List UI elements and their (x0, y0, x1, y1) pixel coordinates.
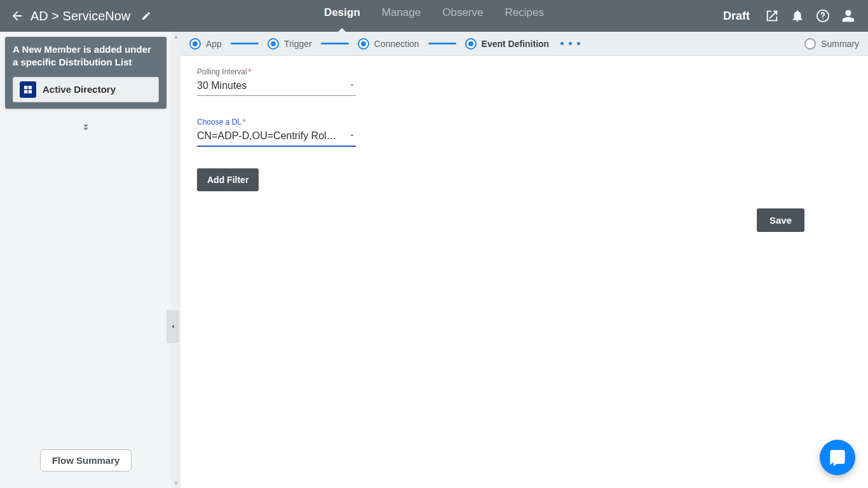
tab-design[interactable]: Design (323, 0, 362, 32)
trigger-card[interactable]: A New Member is added under a specific D… (5, 37, 166, 109)
field-polling-interval: Polling Interval* 30 Minutes (197, 67, 356, 96)
side-scrollbar[interactable]: ▲ ▼ (172, 32, 180, 488)
step-event-definition[interactable]: Event Definition (465, 38, 550, 50)
step-summary[interactable]: Summary (804, 38, 859, 50)
chevron-down-icon (348, 80, 356, 92)
main: A New Member is added under a specific D… (0, 32, 868, 488)
edit-icon[interactable] (140, 10, 152, 22)
polling-interval-select[interactable]: 30 Minutes (197, 78, 356, 96)
field-choose-dl: Choose a DL* CN=ADP-D,OU=Centrify Roles,… (197, 118, 356, 147)
side-panel: A New Member is added under a specific D… (0, 32, 172, 488)
side-footer: Flow Summary (5, 449, 166, 483)
select-value: CN=ADP-D,OU=Centrify Roles,OU=G… (197, 130, 337, 142)
trigger-card-title: A New Member is added under a specific D… (13, 43, 159, 69)
step-connection[interactable]: Connection (358, 38, 419, 50)
chevron-down-icon (348, 130, 356, 142)
stepbar: App Trigger Connection Event Definition … (180, 32, 868, 56)
step-dots (558, 42, 583, 45)
flow-summary-button[interactable]: Flow Summary (40, 449, 132, 471)
app-chip-label: Active Directory (43, 84, 116, 95)
step-radio-icon (465, 38, 477, 50)
topbar-left: AD > ServiceNow (0, 9, 152, 24)
breadcrumb: AD > ServiceNow (31, 9, 130, 24)
chat-fab[interactable] (820, 440, 855, 475)
step-radio-icon (189, 38, 201, 50)
collapse-handle[interactable] (166, 310, 179, 343)
choose-dl-select[interactable]: CN=ADP-D,OU=Centrify Roles,OU=G… (197, 128, 356, 147)
tab-recipes[interactable]: Recipes (503, 0, 545, 32)
field-label: Polling Interval* (197, 67, 356, 76)
step-connector (428, 43, 456, 44)
step-connector (231, 43, 259, 44)
active-directory-icon (20, 81, 36, 98)
select-value: 30 Minutes (197, 80, 247, 92)
expand-down-icon[interactable] (79, 121, 92, 137)
topbar-right: Draft (723, 9, 868, 23)
step-connector (321, 43, 349, 44)
step-trigger[interactable]: Trigger (268, 38, 312, 50)
scroll-down-icon[interactable]: ▼ (173, 480, 179, 487)
svg-point-1 (822, 18, 824, 20)
status-label: Draft (723, 10, 750, 23)
tab-manage[interactable]: Manage (381, 0, 422, 32)
scroll-up-icon[interactable]: ▲ (173, 33, 179, 40)
content: App Trigger Connection Event Definition … (180, 32, 868, 488)
step-radio-icon (358, 38, 369, 50)
field-label: Choose a DL* (197, 118, 356, 126)
save-button[interactable]: Save (757, 208, 804, 232)
back-arrow-icon[interactable] (10, 9, 24, 23)
open-external-icon[interactable] (765, 9, 779, 23)
step-radio-icon (268, 38, 279, 50)
tab-observe[interactable]: Observe (441, 0, 484, 32)
app-chip[interactable]: Active Directory (13, 77, 159, 102)
step-radio-icon (804, 38, 816, 50)
bell-icon[interactable] (790, 9, 804, 23)
help-icon[interactable] (816, 9, 830, 23)
top-tabs: Design Manage Observe Recipes (323, 0, 545, 32)
user-icon[interactable] (841, 9, 855, 23)
step-app[interactable]: App (189, 38, 222, 50)
form-area: Polling Interval* 30 Minutes Choose a DL… (180, 56, 868, 488)
add-filter-button[interactable]: Add Filter (197, 168, 259, 191)
topbar: AD > ServiceNow Design Manage Observe Re… (0, 0, 868, 32)
